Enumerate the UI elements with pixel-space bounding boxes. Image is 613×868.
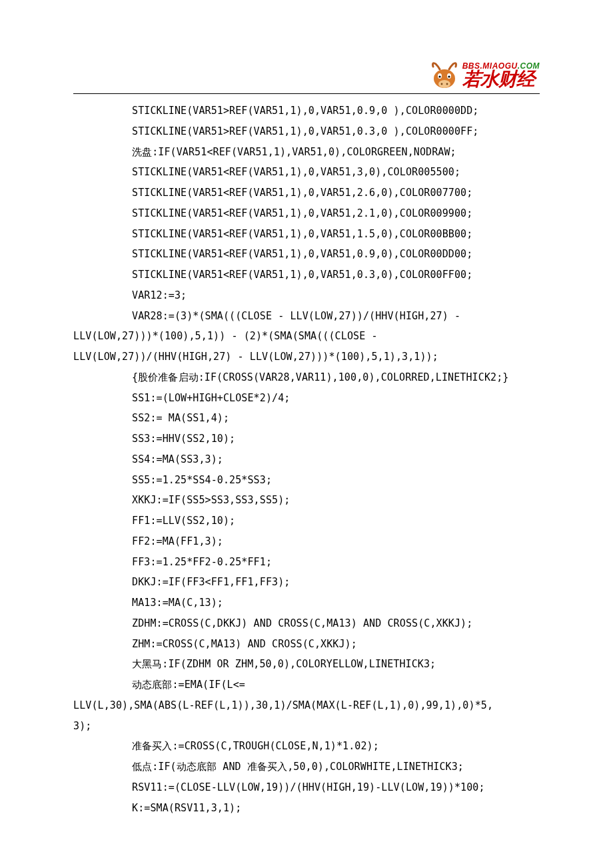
- code-line: SS3:=HHV(SS2,10);: [73, 429, 540, 449]
- code-line: ZDHM:=CROSS(C,DKKJ) AND CROSS(C,MA13) AN…: [73, 613, 540, 634]
- code-line: STICKLINE(VAR51>REF(VAR51,1),0,VAR51,0.9…: [73, 101, 540, 121]
- code-block: STICKLINE(VAR51>REF(VAR51,1),0,VAR51,0.9…: [73, 101, 540, 818]
- code-line: K:=SMA(RSV11,3,1);: [73, 798, 540, 819]
- code-line: SS5:=1.25*SS4-0.25*SS3;: [73, 470, 540, 491]
- brand-cn: 若水财经: [462, 70, 540, 89]
- code-line: SS1:=(LOW+HIGH+CLOSE*2)/4;: [73, 388, 540, 409]
- code-line: FF3:=1.25*FF2-0.25*FF1;: [73, 552, 540, 573]
- code-line: LLV(LOW,27))/(HHV(HIGH,27) - LLV(LOW,27)…: [73, 347, 540, 367]
- code-line: 低点:IF(动态底部 AND 准备买入,50,0),COLORWHITE,LIN…: [73, 757, 540, 777]
- code-line: STICKLINE(VAR51<REF(VAR51,1),0,VAR51,1.5…: [73, 224, 540, 245]
- svg-point-5: [438, 80, 450, 88]
- code-line: XKKJ:=IF(SS5>SS3,SS3,SS5);: [73, 490, 540, 511]
- code-line: VAR28:=(3)*(SMA(((CLOSE - LLV(LOW,27))/(…: [73, 306, 540, 327]
- code-line: MA13:=MA(C,13);: [73, 593, 540, 613]
- code-line: STICKLINE(VAR51<REF(VAR51,1),0,VAR51,0.3…: [73, 265, 540, 285]
- code-line: ZHM:=CROSS(C,MA13) AND CROSS(C,XKKJ);: [73, 634, 540, 655]
- ox-icon: [429, 60, 460, 91]
- code-line: LLV(LOW,27)))*(100),5,1)) - (2)*(SMA(SMA…: [73, 326, 540, 347]
- code-line: STICKLINE(VAR51<REF(VAR51,1),0,VAR51,2.6…: [73, 183, 540, 203]
- code-line: {股价准备启动:IF(CROSS(VAR28,VAR11),100,0),COL…: [73, 367, 540, 388]
- code-line: STICKLINE(VAR51<REF(VAR51,1),0,VAR51,2.1…: [73, 203, 540, 224]
- code-line: SS4:=MA(SS3,3);: [73, 449, 540, 470]
- svg-point-6: [440, 83, 442, 85]
- svg-point-7: [446, 83, 448, 85]
- code-line: LLV(L,30),SMA(ABS(L-REF(L,1)),30,1)/SMA(…: [73, 695, 540, 716]
- code-line: STICKLINE(VAR51<REF(VAR51,1),0,VAR51,3,0…: [73, 162, 540, 183]
- code-line: VAR12:=3;: [73, 285, 540, 306]
- document-page: BBS.MIAOGU.COM 若水财经 STICKLINE(VAR51>REF(…: [0, 0, 613, 858]
- code-line: STICKLINE(VAR51>REF(VAR51,1),0,VAR51,0.3…: [73, 121, 540, 142]
- code-line: 洗盘:IF(VAR51<REF(VAR51,1),VAR51,0),COLORG…: [73, 142, 540, 163]
- code-line: 大黑马:IF(ZDHM OR ZHM,50,0),COLORYELLOW,LIN…: [73, 654, 540, 675]
- code-line: FF2:=MA(FF1,3);: [73, 531, 540, 552]
- brand-text: BBS.MIAOGU.COM 若水财经: [462, 62, 540, 89]
- code-line: 3);: [73, 716, 540, 737]
- code-line: SS2:= MA(SS1,4);: [73, 408, 540, 429]
- header-divider: [73, 93, 540, 94]
- page-header: BBS.MIAOGU.COM 若水财经: [73, 53, 540, 91]
- code-line: 准备买入:=CROSS(C,TROUGH(CLOSE,N,1)*1.02);: [73, 736, 540, 757]
- code-line: FF1:=LLV(SS2,10);: [73, 511, 540, 531]
- code-line: DKKJ:=IF(FF3<FF1,FF1,FF3);: [73, 572, 540, 593]
- code-line: STICKLINE(VAR51<REF(VAR51,1),0,VAR51,0.9…: [73, 244, 540, 265]
- code-line: 动态底部:=EMA(IF(L<=: [73, 675, 540, 695]
- brand-logo: BBS.MIAOGU.COM 若水财经: [429, 60, 540, 91]
- svg-point-3: [438, 75, 440, 77]
- svg-point-4: [448, 75, 450, 77]
- code-line: RSV11:=(CLOSE-LLV(LOW,19))/(HHV(HIGH,19)…: [73, 777, 540, 798]
